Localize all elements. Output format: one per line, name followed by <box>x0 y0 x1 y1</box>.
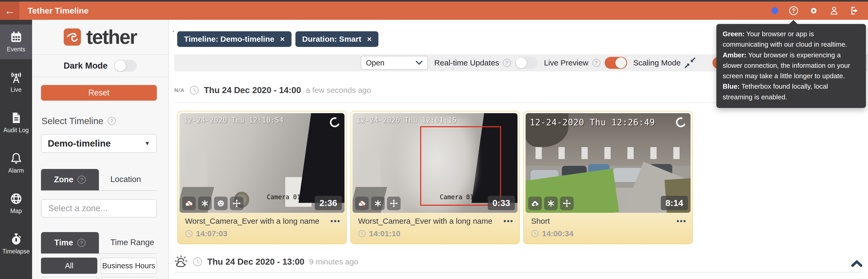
sidebar-item-map[interactable]: Map <box>0 186 32 221</box>
gear-icon[interactable] <box>809 6 818 15</box>
clipped-button[interactable] <box>100 277 157 279</box>
tab-time[interactable]: Time ? <box>41 232 99 253</box>
clip-duration: 0:33 <box>488 196 515 210</box>
event-time: 14:00:34 <box>542 229 574 238</box>
card-label: Worst_Camera_Ever with a long name ••• 1… <box>185 217 341 238</box>
dark-mode-row: Dark Mode <box>32 55 168 77</box>
brand-name: tether <box>86 27 136 47</box>
event-time: 14:07:03 <box>196 229 227 238</box>
help-glyph: ? <box>505 60 508 66</box>
camera-thumbnail[interactable]: 12-24-2020 Thu 12:10:54 Camera 01 <box>180 113 344 213</box>
cloud-upload-icon[interactable] <box>528 197 542 210</box>
user-icon[interactable] <box>829 6 839 15</box>
face-icon[interactable] <box>214 197 227 210</box>
sidebar-item-cameras[interactable] <box>0 267 32 279</box>
zone-select-input[interactable] <box>41 199 157 217</box>
card-menu-button[interactable]: ••• <box>504 217 514 225</box>
event-card[interactable]: 12-24-2020 Thu 12:01:15 Camera 01 0 <box>350 111 520 244</box>
cloud-off-icon[interactable] <box>182 197 196 210</box>
sidebar-item-audit-log[interactable]: Audit Log <box>0 105 32 140</box>
asterisk-icon[interactable] <box>198 197 212 210</box>
back-button[interactable]: ← <box>0 2 19 20</box>
chip-label: Timeline: Demo-timeline <box>184 35 274 43</box>
help-icon[interactable]: ? <box>503 59 511 67</box>
time-filter-all-button[interactable]: All <box>41 257 97 274</box>
close-icon[interactable]: × <box>280 35 285 43</box>
sidebar-item-label: Alarm <box>8 167 24 174</box>
calendar-icon <box>10 31 23 43</box>
sidebar-item-alarm[interactable]: Alarm <box>0 146 32 180</box>
close-icon[interactable]: × <box>367 35 372 43</box>
move-icon[interactable] <box>387 197 401 210</box>
sidebar-item-timelapse[interactable]: Timelapse <box>0 226 32 261</box>
select-timeline-label-row: Select Timeline ? <box>41 116 116 126</box>
compress-icon[interactable] <box>684 57 696 69</box>
help-icon[interactable]: ? <box>78 175 86 184</box>
document-icon <box>10 112 23 124</box>
sidebar-item-events[interactable]: Events <box>0 25 32 59</box>
timeline-select[interactable]: Demo-timeline ▼ <box>41 134 157 153</box>
chevron-down-icon <box>415 61 423 65</box>
tab-zone[interactable]: Zone ? <box>41 169 99 190</box>
tab-time-range[interactable]: Time Range <box>111 238 154 247</box>
card-label: Short ••• 14:00:34 <box>531 217 687 238</box>
scroll-to-top-chevron-icon[interactable] <box>851 260 863 268</box>
camera-thumbnail[interactable]: 12-24-2020 Thu 12:01:15 Camera 01 0 <box>352 113 518 213</box>
sidebar-item-label: Live <box>10 86 22 93</box>
reset-button[interactable]: Reset <box>41 85 157 101</box>
tooltip-line-green: Green: Your browser or app is communicat… <box>723 29 860 50</box>
help-icon[interactable]: ? <box>592 59 600 67</box>
asterisk-icon[interactable] <box>371 197 385 210</box>
bell-icon <box>10 152 23 165</box>
topbar-icons: ? <box>771 6 859 15</box>
connection-status-tooltip: Green: Your browser or app is communicat… <box>716 24 866 108</box>
time-filter-business-hours-button[interactable]: Business Hours <box>100 257 157 274</box>
event-card[interactable]: 12-24-2020 Thu 12:10:54 Camera 01 <box>177 111 347 244</box>
connection-status-dot[interactable] <box>771 7 778 14</box>
dark-mode-toggle[interactable] <box>114 60 137 72</box>
move-icon[interactable] <box>230 197 244 210</box>
chip-label: Duration: Smart <box>302 35 362 43</box>
entry-date: Thu 24 Dec 2020 - 14:00 <box>204 85 301 95</box>
filter-chip-duration[interactable]: Duration: Smart × <box>296 31 378 47</box>
live-preview-toggle[interactable] <box>605 57 627 69</box>
timeline-entry-header: N/A Thu 24 Dec 2020 - 14:00 a few second… <box>174 82 371 99</box>
event-cards-row: 12-24-2020 Thu 12:10:54 Camera 01 <box>177 111 693 244</box>
clipped-button[interactable] <box>41 277 97 279</box>
clock-icon <box>189 85 199 95</box>
divider <box>174 272 861 273</box>
cloud-off-icon[interactable] <box>355 197 369 210</box>
entry-date: Thu 24 Dec 2020 - 13:00 <box>207 257 304 267</box>
event-card[interactable]: 12-24-2020 Thu 12:26:49 8:14 <box>523 111 693 244</box>
camera-osd-timestamp: 12-24-2020 Thu 12:01:15 <box>357 116 457 124</box>
thumbnail-action-icons <box>182 197 244 210</box>
realtime-updates-toggle[interactable] <box>515 57 537 69</box>
event-state-select[interactable]: Open <box>361 56 428 70</box>
camera-name: Short <box>531 217 550 225</box>
camera-thumbnail[interactable]: 12-24-2020 Thu 12:26:49 8:14 <box>526 113 690 213</box>
sidebar-item-live[interactable]: Live <box>0 65 32 100</box>
topbar: ← Tether Timeline ? <box>0 2 868 20</box>
filter-chip-timeline[interactable]: Timeline: Demo-timeline × <box>177 31 291 47</box>
clip-duration: 8:14 <box>661 196 688 210</box>
sidebar-item-label: Events <box>7 46 25 53</box>
asterisk-icon[interactable] <box>544 197 558 210</box>
active-filter-chips: Timeline: Demo-timeline × Duration: Smar… <box>177 31 378 47</box>
zone-location-tabs: Zone ? Location <box>41 170 157 191</box>
back-icon: ← <box>4 5 15 17</box>
tab-location[interactable]: Location <box>111 175 141 184</box>
help-icon[interactable]: ? <box>789 6 798 15</box>
video-camera-icon <box>10 278 23 279</box>
camera-osd-name: Camera 01 <box>440 194 474 201</box>
help-glyph: ? <box>594 60 598 66</box>
card-menu-button[interactable]: ••• <box>331 217 341 225</box>
logout-icon[interactable] <box>850 6 859 15</box>
brand-logo: tether <box>32 20 168 55</box>
caret-down-icon: ▼ <box>144 140 150 147</box>
help-icon[interactable]: ? <box>107 117 116 125</box>
move-icon[interactable] <box>560 197 574 210</box>
tether-logo-icon <box>64 28 81 46</box>
help-icon[interactable]: ? <box>77 239 86 247</box>
card-menu-button[interactable]: ••• <box>677 217 687 225</box>
toggle-knob <box>115 60 126 71</box>
